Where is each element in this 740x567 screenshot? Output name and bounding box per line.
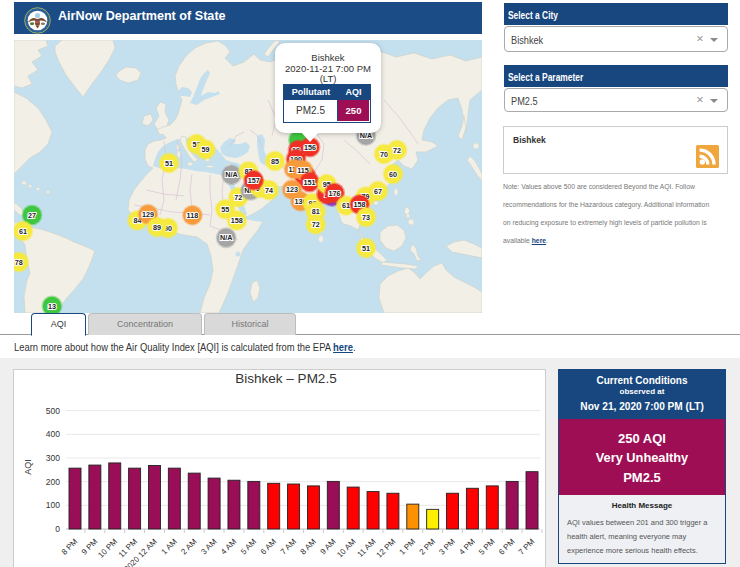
svg-text:157: 157 [248, 176, 260, 185]
svg-text:12 PM: 12 PM [375, 537, 398, 560]
svg-text:59: 59 [202, 145, 210, 154]
svg-text:27: 27 [28, 211, 36, 220]
svg-text:10 AM: 10 AM [335, 537, 358, 560]
svg-text:151: 151 [304, 178, 316, 187]
svg-text:AQI: AQI [23, 459, 33, 475]
svg-text:60: 60 [389, 170, 397, 179]
svg-text:3 PM: 3 PM [437, 537, 457, 557]
svg-text:176: 176 [329, 189, 341, 198]
svg-text:7 PM: 7 PM [517, 537, 537, 557]
svg-text:Bishkek – PM2.5: Bishkek – PM2.5 [235, 371, 336, 386]
svg-text:4 AM: 4 AM [219, 537, 238, 556]
svg-text:3 AM: 3 AM [199, 537, 218, 556]
svg-text:74: 74 [265, 186, 273, 195]
svg-text:13: 13 [48, 302, 56, 311]
svg-text:100: 100 [46, 500, 60, 510]
svg-text:5 PM: 5 PM [477, 537, 497, 557]
svg-text:156: 156 [304, 143, 316, 152]
svg-text:8 PM: 8 PM [60, 537, 80, 557]
svg-text:51: 51 [165, 159, 173, 168]
svg-text:2 AM: 2 AM [179, 537, 198, 556]
svg-text:0: 0 [55, 524, 60, 534]
svg-text:78: 78 [15, 258, 23, 267]
svg-text:5 AM: 5 AM [239, 537, 258, 556]
svg-text:7 AM: 7 AM [279, 537, 298, 556]
svg-text:72: 72 [312, 220, 320, 229]
svg-text:400: 400 [46, 429, 60, 439]
svg-text:89: 89 [153, 223, 161, 232]
svg-text:129: 129 [142, 210, 154, 219]
svg-text:85: 85 [271, 157, 279, 166]
svg-text:51: 51 [362, 244, 370, 253]
svg-text:8 AM: 8 AM [299, 537, 318, 556]
svg-text:72: 72 [393, 146, 401, 155]
svg-text:118: 118 [187, 211, 199, 220]
svg-text:61: 61 [19, 227, 27, 236]
svg-text:300: 300 [46, 453, 60, 463]
svg-text:4 PM: 4 PM [457, 537, 477, 557]
svg-text:2 PM: 2 PM [418, 537, 438, 557]
svg-text:61: 61 [342, 201, 350, 210]
svg-text:500: 500 [46, 406, 60, 416]
svg-text:6 PM: 6 PM [497, 537, 517, 557]
svg-text:N/A: N/A [220, 233, 232, 242]
svg-text:6 AM: 6 AM [259, 537, 278, 556]
svg-text:55: 55 [221, 205, 229, 214]
svg-text:1 AM: 1 AM [160, 537, 179, 556]
svg-text:73: 73 [362, 213, 370, 222]
svg-text:200: 200 [46, 477, 60, 487]
svg-text:67: 67 [374, 187, 382, 196]
svg-text:1 PM: 1 PM [398, 537, 418, 557]
svg-text:158: 158 [231, 216, 243, 225]
svg-text:10 PM: 10 PM [96, 537, 119, 560]
svg-text:11 AM: 11 AM [356, 537, 378, 559]
svg-text:N/A: N/A [225, 170, 237, 179]
